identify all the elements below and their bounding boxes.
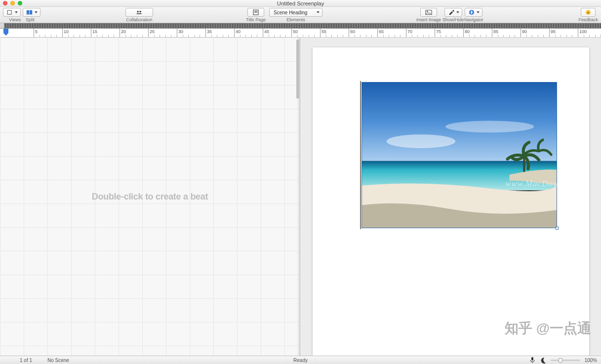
ruler-subtick: [395, 35, 395, 37]
minimize-icon[interactable]: [10, 1, 15, 5]
ruler-playhead-icon[interactable]: [3, 29, 8, 38]
ruler-subtick: [154, 35, 155, 37]
toolbar-group-elements: Scene Heading Elements: [269, 8, 322, 22]
script-page[interactable]: www.MacDown.com: [313, 47, 589, 356]
ruler-subtick: [68, 35, 69, 37]
ruler-subtick: [137, 35, 137, 37]
ruler-subtick: [188, 35, 189, 37]
split-label: Split: [26, 17, 35, 22]
ruler-subtick: [555, 35, 556, 37]
scroll-thumb[interactable]: [296, 40, 299, 99]
ruler-subtick: [309, 35, 309, 37]
ruler-subtick: [589, 35, 590, 37]
feedback-button[interactable]: ★: [581, 8, 596, 17]
navigator-button[interactable]: [465, 8, 482, 17]
title-page-button[interactable]: [247, 8, 264, 17]
navigator-label: Navigator: [464, 17, 483, 22]
ruler-subtick: [51, 35, 51, 37]
beat-board-placeholder: Double-click to create a beat: [92, 192, 208, 202]
ruler-subtick: [538, 35, 538, 37]
ruler-subtick: [251, 35, 252, 37]
close-icon[interactable]: [3, 1, 7, 5]
beach-photo-icon: [362, 82, 557, 228]
ruler-subtick: [543, 35, 544, 37]
ruler-subtick: [280, 35, 280, 37]
views-button[interactable]: [3, 8, 21, 17]
beat-board-pane[interactable]: Double-click to create a beat: [0, 38, 300, 356]
ruler-subtick: [211, 35, 212, 37]
status-page-count: 1 of 1: [20, 358, 32, 363]
ruler-subtick: [509, 35, 510, 37]
script-pane[interactable]: www.MacDown.com 知乎 @一点通: [300, 38, 601, 356]
zoom-slider[interactable]: [551, 360, 580, 361]
ruler-subtick: [171, 35, 171, 37]
elements-dropdown[interactable]: Scene Heading: [269, 8, 322, 17]
image-icon: [425, 9, 432, 15]
ruler-subtick: [285, 35, 286, 37]
ruler-subtick: [108, 35, 109, 37]
ruler-subtick: [452, 35, 452, 37]
ruler-subtick: [56, 35, 57, 37]
title-page-label: Title Page: [246, 17, 266, 22]
highlighter-icon: [448, 9, 455, 15]
scrollbar[interactable]: [296, 38, 299, 356]
ruler-subtick: [200, 35, 200, 37]
svg-rect-14: [362, 82, 557, 161]
ruler-subtick: [481, 35, 481, 37]
ruler-subtick: [441, 35, 441, 37]
ruler-subtick: [223, 35, 223, 37]
split-button[interactable]: [23, 8, 40, 17]
svg-rect-2: [27, 10, 29, 15]
ruler-subtick: [314, 35, 315, 37]
collaboration-label: Collaboration: [126, 17, 152, 22]
ruler-subtick: [183, 35, 183, 37]
ruler-subtick: [114, 35, 114, 37]
elements-label: Elements: [286, 17, 305, 22]
microphone-icon[interactable]: [529, 357, 536, 364]
ruler-subtick: [457, 35, 458, 37]
ruler-subtick: [194, 35, 195, 37]
feedback-label: Feedback: [578, 17, 598, 22]
maximize-icon[interactable]: [18, 1, 22, 5]
ruler-subtick: [595, 35, 596, 37]
ruler-subtick: [160, 35, 160, 37]
ruler-subtick: [572, 35, 572, 37]
status-state: Ready: [293, 358, 308, 363]
insert-image-button[interactable]: [420, 8, 437, 17]
toolbar-group-insert-image: Insert Image: [416, 8, 441, 22]
ruler[interactable]: 5101520253035404550556065707580859095100: [0, 29, 601, 38]
resize-handle-icon[interactable]: [556, 227, 559, 230]
page-icon: [6, 9, 13, 15]
status-bar: 1 of 1 No Scene Ready 100%: [0, 356, 601, 364]
svg-point-5: [139, 11, 141, 13]
ruler-subtick: [486, 35, 486, 37]
main-area: Double-click to create a beat: [0, 38, 601, 356]
ruler-subtick: [400, 35, 401, 37]
title-page-icon: [252, 9, 259, 15]
collaboration-button[interactable]: [125, 8, 153, 17]
night-mode-icon[interactable]: [540, 357, 547, 364]
ruler-subtick: [515, 35, 515, 37]
ruler-subtick: [526, 35, 527, 37]
ruler-subtick: [331, 35, 332, 37]
ruler-subtick: [446, 35, 446, 37]
inserted-image[interactable]: [361, 82, 557, 228]
timeline-strip[interactable]: [0, 23, 601, 29]
showhide-button[interactable]: [444, 8, 462, 17]
ruler-subtick: [366, 35, 366, 37]
ruler-subtick: [417, 35, 418, 37]
ruler-subtick: [503, 35, 504, 37]
title-bar: Untitled Screenplay: [0, 0, 601, 7]
elements-selected: Scene Heading: [274, 10, 307, 15]
insert-image-label: Insert Image: [416, 17, 441, 22]
svg-rect-19: [531, 357, 533, 361]
ruler-subtick: [45, 35, 45, 37]
ruler-subtick: [326, 35, 326, 37]
toolbar-group-views: Views Split: [3, 8, 40, 22]
ruler-subtick: [343, 35, 343, 37]
ruler-subtick: [165, 35, 166, 37]
ruler-subtick: [80, 35, 80, 37]
ruler-subtick: [389, 35, 389, 37]
toolbar-group-collaboration: Collaboration: [125, 8, 153, 22]
zoom-thumb[interactable]: [559, 358, 562, 363]
